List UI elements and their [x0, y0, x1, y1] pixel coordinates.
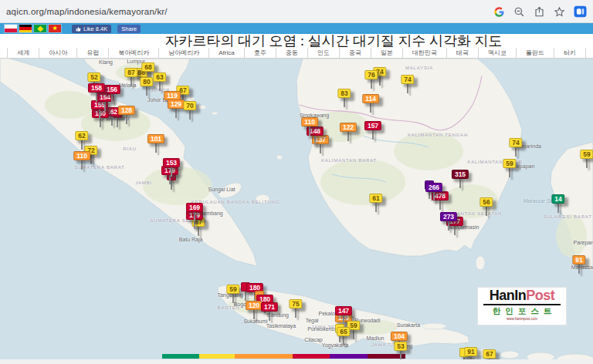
nav-item-중국[interactable]: 중국: [339, 48, 371, 58]
marker-value: 147: [335, 306, 352, 315]
nav-item-폴란드[interactable]: 폴란드: [516, 48, 554, 58]
marker-value: 74: [401, 75, 414, 84]
edge-sidebar-icon-svg: [574, 5, 587, 18]
nav-item-Africa[interactable]: Africa: [208, 48, 243, 58]
google-icon[interactable]: [493, 6, 505, 18]
marker-value: 80: [140, 77, 153, 86]
page-title: 자카르타의 대기 오염 : 실시간 대기질 지수 시각화 지도: [164, 33, 502, 49]
nav-item-아시아[interactable]: 아시아: [39, 48, 76, 58]
nav-item-중동[interactable]: 중동: [276, 48, 307, 58]
marker-value: 74: [509, 138, 522, 147]
marker-value: 315: [452, 170, 469, 179]
browser-address-bar: aqicn.org/map/indonesia/kemayoran/kr/: [0, 0, 593, 23]
marker-value: 59: [226, 285, 239, 294]
watermark-brand: HanInPost: [478, 288, 566, 304]
marker-value: 160: [92, 109, 109, 118]
island-laut: [476, 256, 485, 270]
island-sumbawa-east: [557, 354, 593, 359]
browser-toolbar-icons: [493, 0, 587, 23]
flag-germany[interactable]: [19, 25, 32, 32]
flag-poland[interactable]: [5, 25, 17, 32]
marker-value: 122: [340, 123, 357, 132]
aqi-legend-segment-0: [162, 354, 199, 359]
marker-value: 91: [464, 347, 477, 356]
nav-item-태국[interactable]: 태국: [446, 48, 478, 58]
watermark-brand-black: HanIn: [490, 288, 527, 303]
haninpost-watermark: HanInPost 한인포스트 www.haninpost.com: [477, 287, 567, 325]
marker-value: 128: [118, 106, 135, 115]
favorites-star-icon[interactable]: [554, 6, 565, 18]
language-flags: [5, 25, 61, 32]
marker-value: 114: [362, 94, 379, 103]
marker-value: 101: [147, 134, 164, 143]
marker-value: 53: [394, 342, 407, 351]
marker-value: 52: [87, 72, 100, 82]
marker-value: 68: [141, 62, 154, 72]
island-karimata: [276, 155, 283, 160]
flag-vietnam[interactable]: [49, 25, 61, 32]
facebook-like-button[interactable]: Like 8.4K: [72, 25, 111, 33]
flag-brazil[interactable]: [34, 25, 46, 32]
island-riau-3: [212, 112, 218, 115]
aqi-legend-segment-3: [293, 354, 330, 359]
marker-value: 65: [337, 327, 350, 336]
marker-value: 63: [153, 72, 166, 82]
share-icon-svg: [534, 6, 545, 18]
like-label: Like 8.4K: [83, 25, 107, 33]
nav-item-대한민국[interactable]: 대한민국: [402, 48, 446, 58]
island-sumatra: [0, 59, 257, 266]
nav-item-터키[interactable]: 터키: [554, 48, 586, 58]
nav-item-북아메리카[interactable]: 북아메리카: [108, 48, 158, 58]
marker-value: 266: [425, 183, 442, 192]
title-bar: 자카르타의 대기 오염 : 실시간 대기질 지수 시각화 지도: [0, 34, 593, 48]
marker-value: 156: [103, 85, 120, 94]
marker-value: 104: [391, 332, 408, 341]
marker-value: 76: [364, 70, 378, 79]
watermark-korean: 한인포스트: [478, 306, 566, 316]
marker-value: 14: [551, 194, 564, 204]
zoom-out-icon[interactable]: [513, 6, 525, 18]
marker-value: 158: [88, 83, 105, 93]
island-bangka: [216, 180, 244, 201]
marker-value: 120: [246, 301, 263, 310]
island-belitung: [256, 194, 269, 204]
nav-item-일본[interactable]: 일본: [371, 48, 402, 58]
nav-item-멕시코[interactable]: 멕시코: [478, 48, 516, 58]
nav-item-유럽[interactable]: 유럽: [76, 48, 108, 58]
marker-value: 61: [369, 194, 382, 203]
nav-item-호주[interactable]: 호주: [244, 48, 276, 58]
nav-item-세계[interactable]: 세계: [7, 48, 39, 58]
google-icon-svg: [493, 6, 505, 18]
marker-value: 110: [301, 117, 318, 126]
island-madura: [422, 323, 446, 329]
aqi-legend-segment-1: [199, 354, 235, 359]
favorites-star-icon-svg: [554, 6, 565, 18]
zoom-out-icon-svg: [513, 6, 525, 18]
marker-value: 153: [163, 158, 180, 167]
watermark-site: www.haninpost.com: [489, 317, 555, 321]
island-lombok: [500, 351, 519, 359]
share-label: Share: [121, 25, 137, 33]
marker-value: 169: [186, 203, 203, 212]
share-button[interactable]: Share: [117, 25, 141, 33]
marker-value: 110: [73, 151, 90, 160]
edge-sidebar-icon[interactable]: [574, 5, 587, 18]
nav-item-인도[interactable]: 인도: [307, 48, 339, 58]
social-bar: Like 8.4K Share: [0, 23, 593, 34]
share-icon[interactable]: [534, 6, 545, 18]
marker-value: 157: [364, 121, 381, 130]
aqi-legend-segment-4: [330, 354, 368, 359]
aqi-map[interactable]: MALAYSIAJOHORRIAUSUMATERA BARATJAMBISUMA…: [0, 59, 593, 359]
url-text[interactable]: aqicn.org/map/indonesia/kemayoran/kr/: [6, 7, 168, 16]
marker-value: 59: [580, 150, 593, 159]
nav-bar: 세계아시아유럽북아메리카남아메리카Africa호주중동인도중국일본대한민국태국멕…: [0, 48, 593, 59]
island-sumbawa: [527, 352, 554, 359]
marker-value: 87: [124, 68, 137, 77]
page: aqicn.org/map/indonesia/kemayoran/kr/: [0, 0, 593, 364]
marker-value: 129: [168, 99, 185, 109]
marker-value: 273: [440, 212, 457, 221]
marker-value: 83: [337, 89, 351, 98]
marker-value: 67: [483, 349, 496, 359]
nav-item-남아메리카[interactable]: 남아메리카: [158, 48, 208, 58]
marker-value: 171: [261, 302, 278, 312]
